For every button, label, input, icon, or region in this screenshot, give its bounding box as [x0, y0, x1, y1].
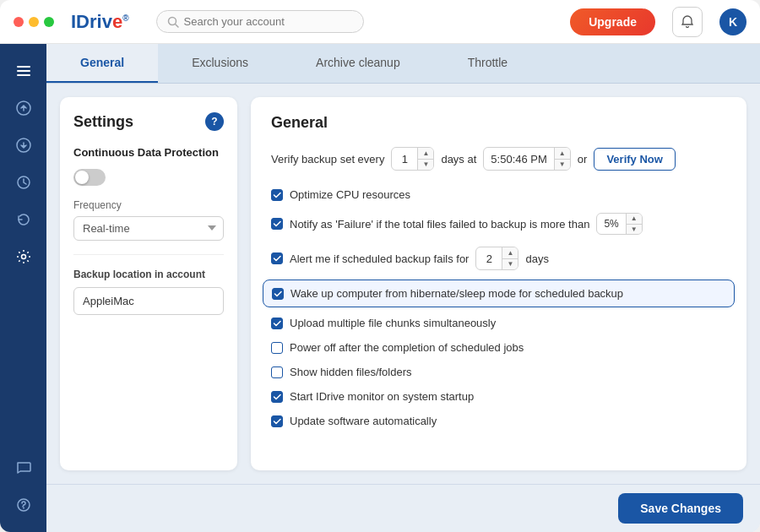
verify-now-button[interactable]: Verify Now [594, 148, 675, 171]
option-label-start-monitor: Start IDrive monitor on system startup [290, 390, 474, 403]
pct-value: 5% [597, 218, 625, 230]
sidebar-item-help[interactable] [7, 488, 41, 522]
checkbox-notify-failure[interactable] [271, 218, 283, 230]
checkbox-start-monitor[interactable] [271, 391, 283, 403]
toggle-knob [75, 171, 89, 184]
verify-time-input[interactable]: 5:50:46 PM ▲ ▼ [483, 147, 571, 171]
verify-time-down[interactable]: ▼ [555, 160, 570, 171]
verify-time-value: 5:50:46 PM [484, 153, 554, 166]
option-label-power-off: Power off after the completion of schedu… [290, 341, 524, 354]
footer: Save Changes [46, 484, 760, 532]
sidebar-item-upload[interactable] [7, 91, 41, 125]
search-input[interactable] [184, 15, 353, 28]
avatar[interactable]: K [719, 8, 746, 35]
checkbox-alert-schedule[interactable] [271, 252, 283, 264]
general-title: General [271, 114, 726, 132]
pct-down[interactable]: ▼ [627, 225, 642, 235]
menu-icon [15, 62, 32, 79]
tab-exclusions[interactable]: Exclusions [158, 44, 282, 83]
alert-days-suffix: days [525, 252, 548, 265]
sidebar-item-download[interactable] [7, 128, 41, 162]
check-icon [273, 220, 281, 228]
settings-panel: Settings ? Continuous Data Protection Fr… [60, 97, 237, 470]
help-button[interactable]: ? [205, 112, 224, 131]
search-bar[interactable] [156, 10, 364, 33]
sidebar-item-history[interactable] [7, 166, 41, 199]
verify-days-spinners: ▲ ▼ [417, 148, 433, 170]
pct-spinners: ▲ ▼ [626, 214, 642, 234]
logo: IDrive® [71, 11, 129, 33]
main-area: General Exclusions Archive cleanup Throt… [46, 44, 760, 532]
settings-header: Settings ? [73, 112, 224, 131]
settings-title: Settings [73, 113, 133, 131]
notifications-button[interactable] [672, 7, 703, 37]
pct-input[interactable]: 5% ▲ ▼ [596, 213, 642, 235]
alert-days-input[interactable]: 2 ▲ ▼ [475, 247, 518, 270]
svg-line-1 [175, 24, 178, 27]
check-icon [273, 254, 281, 263]
option-label-update-software: Update software automatically [290, 415, 437, 427]
check-icon [274, 290, 282, 298]
sidebar-item-chat[interactable] [7, 451, 41, 485]
alert-days-up[interactable]: ▲ [502, 247, 518, 259]
app-body: General Exclusions Archive cleanup Throt… [0, 44, 760, 532]
upload-icon [15, 100, 32, 117]
alert-days-spinners: ▲ ▼ [502, 247, 518, 269]
verify-days-input[interactable]: 1 ▲ ▼ [391, 147, 434, 171]
sidebar [0, 44, 46, 532]
tabs-bar: General Exclusions Archive cleanup Throt… [46, 44, 760, 84]
sidebar-item-settings[interactable] [7, 240, 41, 274]
backup-location-input[interactable] [73, 287, 224, 315]
upgrade-button[interactable]: Upgrade [570, 8, 655, 35]
checkbox-wake-computer[interactable] [272, 288, 284, 300]
settings-icon [15, 248, 32, 265]
option-label-optimize-cpu: Optimize CPU resources [290, 188, 410, 201]
option-show-hidden: Show hidden files/folders [271, 360, 726, 384]
verify-or: or [578, 153, 588, 166]
tab-throttle[interactable]: Throttle [434, 44, 541, 83]
minimize-button[interactable] [29, 17, 39, 27]
verify-time-up[interactable]: ▲ [555, 148, 570, 160]
verify-days-suffix: days at [441, 153, 476, 166]
checkbox-optimize-cpu[interactable] [271, 189, 283, 201]
close-button[interactable] [14, 17, 24, 27]
sidebar-item-menu[interactable] [7, 54, 41, 88]
verify-days-down[interactable]: ▼ [418, 160, 433, 171]
refresh-icon [15, 211, 32, 228]
tab-general[interactable]: General [46, 44, 158, 83]
save-button[interactable]: Save Changes [618, 493, 743, 524]
verify-days-up[interactable]: ▲ [418, 148, 433, 160]
alert-days-down[interactable]: ▼ [502, 259, 518, 270]
help-icon [15, 497, 32, 513]
backup-location-label: Backup location in account [73, 269, 224, 280]
pct-up[interactable]: ▲ [627, 214, 642, 225]
content-area: Settings ? Continuous Data Protection Fr… [46, 84, 760, 484]
general-panel: General Verify backup set every 1 ▲ ▼ da… [251, 97, 746, 470]
option-label-notify-failure: Notify as 'Failure' if the total files f… [290, 218, 589, 231]
verify-time-spinners: ▲ ▼ [554, 148, 570, 170]
checkbox-power-off[interactable] [271, 342, 283, 354]
checkbox-show-hidden[interactable] [271, 366, 283, 378]
check-icon [273, 393, 281, 401]
option-alert-schedule: Alert me if scheduled backup fails for 2… [271, 241, 726, 276]
chat-icon [15, 459, 32, 476]
cdp-toggle[interactable] [73, 169, 106, 186]
verify-prefix: Verify backup set every [271, 153, 384, 166]
option-notify-failure: Notify as 'Failure' if the total files f… [271, 207, 726, 241]
svg-rect-4 [17, 74, 30, 76]
bell-icon [681, 15, 694, 29]
history-icon [15, 174, 32, 191]
option-update-software: Update software automatically [271, 409, 726, 433]
traffic-lights [14, 17, 54, 27]
sidebar-item-refresh[interactable] [7, 203, 41, 236]
frequency-select[interactable]: Real-time [73, 216, 224, 241]
checkbox-update-software[interactable] [271, 415, 283, 427]
verify-row: Verify backup set every 1 ▲ ▼ days at 5:… [271, 147, 726, 171]
title-bar: IDrive® Upgrade K [0, 0, 760, 44]
svg-rect-3 [17, 70, 30, 72]
maximize-button[interactable] [44, 17, 54, 27]
svg-rect-2 [17, 66, 30, 68]
tab-archive-cleanup[interactable]: Archive cleanup [282, 44, 434, 83]
checkbox-upload-chunks[interactable] [271, 318, 283, 329]
divider [73, 254, 224, 255]
